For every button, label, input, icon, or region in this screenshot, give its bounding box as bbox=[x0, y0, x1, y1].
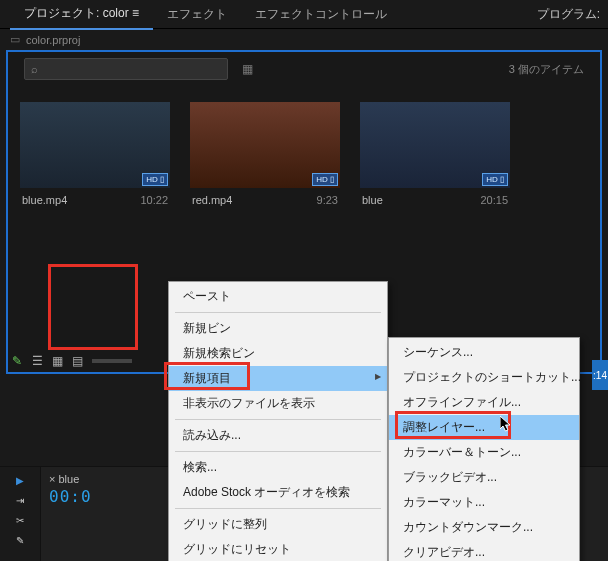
thumbnail-grid: HD ▯ blue.mp4 10:22 HD ▯ red.mp4 9:23 HD… bbox=[8, 86, 600, 218]
pen-tool-icon[interactable]: ✎ bbox=[13, 533, 27, 547]
panel-toolbar: ✎ ☰ ▦ ▤ bbox=[12, 354, 132, 368]
panel-tabs: プロジェクト: color ≡ エフェクト エフェクトコントロール bbox=[0, 0, 608, 29]
clip-duration: 9:23 bbox=[317, 194, 338, 206]
menu-clear-video[interactable]: クリアビデオ... bbox=[389, 540, 579, 561]
tab-effect[interactable]: エフェクト bbox=[153, 0, 241, 29]
clip-badge-icon: HD ▯ bbox=[482, 173, 508, 186]
menu-search[interactable]: 検索... bbox=[169, 455, 387, 480]
menu-new-bin[interactable]: 新規ビン bbox=[169, 316, 387, 341]
clip-name: blue bbox=[362, 194, 383, 206]
project-filename: color.prproj bbox=[26, 34, 80, 46]
context-menu-sub: シーケンス... プロジェクトのショートカット... オフラインファイル... … bbox=[388, 337, 580, 561]
menu-separator bbox=[175, 419, 381, 420]
search-icon: ⌕ bbox=[31, 63, 38, 75]
tab-effect-control[interactable]: エフェクトコントロール bbox=[241, 0, 401, 29]
clip-badge-icon: HD ▯ bbox=[312, 173, 338, 186]
clip-item[interactable]: HD ▯ blue 20:15 bbox=[360, 102, 510, 212]
clip-duration: 20:15 bbox=[480, 194, 508, 206]
ripple-tool-icon[interactable]: ✂ bbox=[13, 513, 27, 527]
side-marker: :14 bbox=[592, 360, 608, 390]
bin-icon: ▭ bbox=[10, 33, 20, 46]
menu-new-item[interactable]: 新規項目 bbox=[169, 366, 387, 391]
clip-name: blue.mp4 bbox=[22, 194, 67, 206]
search-row: ⌕ ▦ 3 個のアイテム bbox=[14, 52, 594, 86]
selection-tool-icon[interactable]: ▶ bbox=[13, 473, 27, 487]
menu-adobe-stock[interactable]: Adobe Stock オーディオを検索 bbox=[169, 480, 387, 505]
menu-color-bars[interactable]: カラーバー＆トーン... bbox=[389, 440, 579, 465]
menu-paste[interactable]: ペースト bbox=[169, 284, 387, 309]
menu-countdown[interactable]: カウントダウンマーク... bbox=[389, 515, 579, 540]
highlight-rect-empty bbox=[48, 264, 138, 350]
menu-show-hidden[interactable]: 非表示のファイルを表示 bbox=[169, 391, 387, 416]
search-input[interactable] bbox=[38, 62, 221, 76]
program-panel-label: プログラム: bbox=[537, 6, 600, 23]
menu-project-shortcut[interactable]: プロジェクトのショートカット... bbox=[389, 365, 579, 390]
project-breadcrumb: ▭ color.prproj bbox=[0, 29, 608, 50]
menu-import[interactable]: 読み込み... bbox=[169, 423, 387, 448]
tab-project[interactable]: プロジェクト: color ≡ bbox=[10, 0, 153, 30]
menu-black-video[interactable]: ブラックビデオ... bbox=[389, 465, 579, 490]
menu-color-mat[interactable]: カラーマット... bbox=[389, 490, 579, 515]
track-tool-icon[interactable]: ⇥ bbox=[13, 493, 27, 507]
menu-sequence[interactable]: シーケンス... bbox=[389, 340, 579, 365]
freeform-view-icon[interactable]: ▤ bbox=[72, 354, 86, 368]
zoom-slider[interactable] bbox=[92, 359, 132, 363]
menu-separator bbox=[175, 508, 381, 509]
clip-duration: 10:22 bbox=[140, 194, 168, 206]
menu-adjustment-layer[interactable]: 調整レイヤー... bbox=[389, 415, 579, 440]
clip-item[interactable]: HD ▯ red.mp4 9:23 bbox=[190, 102, 340, 212]
item-count: 3 個のアイテム bbox=[509, 62, 584, 77]
list-view-icon[interactable]: ☰ bbox=[32, 354, 46, 368]
pencil-icon[interactable]: ✎ bbox=[12, 354, 26, 368]
context-menu-main: ペースト 新規ビン 新規検索ビン 新規項目 非表示のファイルを表示 読み込み..… bbox=[168, 281, 388, 561]
menu-align-grid[interactable]: グリッドに整列 bbox=[169, 512, 387, 537]
filter-icon[interactable]: ▦ bbox=[242, 62, 253, 76]
menu-separator bbox=[175, 451, 381, 452]
menu-separator bbox=[175, 312, 381, 313]
clip-item[interactable]: HD ▯ blue.mp4 10:22 bbox=[20, 102, 170, 212]
timeline-tools: ▶ ⇥ ✂ ✎ bbox=[0, 467, 41, 561]
icon-view-icon[interactable]: ▦ bbox=[52, 354, 66, 368]
menu-offline-file[interactable]: オフラインファイル... bbox=[389, 390, 579, 415]
search-input-wrapper[interactable]: ⌕ bbox=[24, 58, 228, 80]
menu-new-search-bin[interactable]: 新規検索ビン bbox=[169, 341, 387, 366]
clip-badge-icon: HD ▯ bbox=[142, 173, 168, 186]
clip-name: red.mp4 bbox=[192, 194, 232, 206]
menu-reset-grid[interactable]: グリッドにリセット bbox=[169, 537, 387, 561]
